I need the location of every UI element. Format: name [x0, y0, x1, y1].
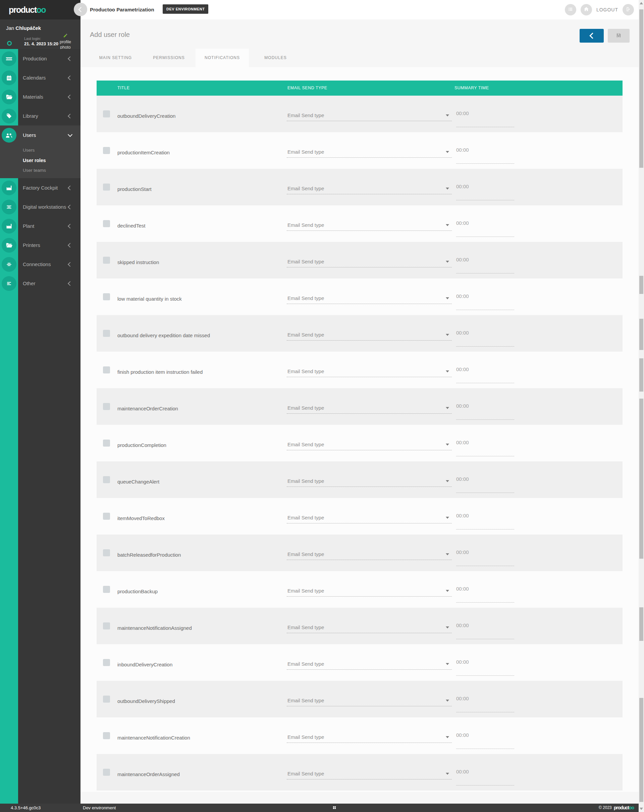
summary-time-input[interactable]: 00:00 [456, 732, 469, 738]
summary-time-input[interactable]: 00:00 [456, 147, 469, 153]
row-checkbox[interactable] [103, 513, 110, 520]
row-checkbox[interactable] [103, 330, 110, 337]
sidebar-item-users[interactable]: Users [0, 125, 81, 145]
email-send-type-select[interactable]: Email Send type [287, 731, 452, 743]
email-send-type-select[interactable]: Email Send type [287, 475, 452, 487]
sidebar-item-plant[interactable]: Plant [0, 217, 81, 235]
email-send-type-select[interactable]: Email Send type [287, 401, 452, 414]
summary-time-underline [456, 163, 514, 164]
row-checkbox[interactable] [103, 623, 110, 629]
scrollbar-thumb[interactable] [639, 276, 643, 294]
sidebar-subitem-users[interactable]: Users [0, 145, 81, 155]
email-send-type-select[interactable]: Email Send type [287, 365, 452, 377]
notification-title: skipped instruction [117, 259, 159, 265]
email-send-type-select[interactable]: Email Send type [287, 255, 452, 267]
save-button[interactable] [608, 29, 630, 43]
sidebar-item-production[interactable]: Production [0, 49, 81, 68]
summary-time-input[interactable]: 00:00 [456, 366, 469, 372]
row-checkbox[interactable] [103, 476, 110, 483]
sidebar-item-library[interactable]: Library [0, 106, 81, 125]
summary-time-input[interactable]: 00:00 [456, 403, 469, 409]
summary-time-input[interactable]: 00:00 [456, 330, 469, 336]
scrollbar-thumb[interactable] [639, 358, 643, 392]
summary-time-input[interactable]: 00:00 [456, 440, 469, 445]
sidebar-subitem-user-roles[interactable]: User roles [0, 155, 81, 165]
home-button[interactable] [581, 4, 592, 15]
row-checkbox[interactable] [103, 220, 110, 227]
email-send-type-select[interactable]: Email Send type [287, 585, 452, 597]
sidebar-collapse-button[interactable] [74, 3, 87, 16]
summary-time-underline [456, 712, 514, 712]
row-checkbox[interactable] [103, 732, 110, 739]
email-send-type-select[interactable]: Email Send type [287, 694, 452, 706]
logout-label[interactable]: LOGOUT [596, 7, 618, 12]
summary-time-input[interactable]: 00:00 [456, 110, 469, 116]
summary-time-input[interactable]: 00:00 [456, 257, 469, 263]
tab-notifications[interactable]: NOTIFICATIONS [196, 49, 249, 67]
email-send-type-select[interactable]: Email Send type [287, 182, 452, 194]
sidebar-item-calendars[interactable]: Calendars [0, 68, 81, 87]
email-send-type-select[interactable]: Email Send type [287, 768, 452, 780]
summary-time-input[interactable]: 00:00 [456, 696, 469, 701]
sidebar-item-other[interactable]: Other [0, 274, 81, 293]
row-checkbox[interactable] [103, 769, 110, 776]
tab-main-setting[interactable]: MAIN SETTING [89, 49, 142, 67]
row-checkbox[interactable] [103, 147, 110, 154]
row-checkbox[interactable] [103, 110, 110, 118]
summary-time-input[interactable]: 00:00 [456, 220, 469, 226]
scrollbar-thumb[interactable] [639, 319, 643, 350]
email-send-type-select[interactable]: Email Send type [287, 548, 452, 560]
sidebar-item-materials[interactable]: Materials [0, 87, 81, 106]
row-checkbox[interactable] [103, 549, 110, 556]
summary-time-input[interactable]: 00:00 [456, 293, 469, 299]
vertical-scrollbar[interactable] [639, 0, 644, 812]
sidebar-item-factory-cockpit[interactable]: Factory Cockpit [0, 178, 81, 197]
row-checkbox[interactable] [103, 183, 110, 191]
table-row: inboundDeliveryCreation Email Send type … [97, 644, 623, 681]
summary-time-input[interactable]: 00:00 [456, 549, 469, 555]
email-send-type-select[interactable]: Email Send type [287, 511, 452, 524]
summary-time-underline [456, 273, 514, 273]
summary-time-input[interactable]: 00:00 [456, 769, 469, 774]
notification-title: maintenanceOrderAssigned [117, 771, 180, 777]
email-send-type-select[interactable]: Email Send type [287, 328, 452, 340]
summary-time-input[interactable]: 00:00 [456, 659, 469, 665]
row-checkbox[interactable] [103, 293, 110, 300]
scrollbar-thumb[interactable] [639, 698, 643, 802]
tab-permissions[interactable]: PERMISSIONS [142, 49, 196, 67]
summary-time-input[interactable]: 00:00 [456, 476, 469, 482]
email-send-type-select[interactable]: Email Send type [287, 109, 452, 121]
scrollbar-thumb[interactable] [639, 9, 643, 168]
row-checkbox[interactable] [103, 403, 110, 410]
email-send-type-select[interactable]: Email Send type [287, 438, 452, 450]
email-send-type-select[interactable]: Email Send type [287, 658, 452, 670]
row-checkbox[interactable] [103, 696, 110, 703]
menu-list-button[interactable] [565, 4, 576, 15]
scrollbar-thumb[interactable] [639, 398, 643, 559]
summary-time-input[interactable]: 00:00 [456, 183, 469, 189]
email-send-type-select[interactable]: Email Send type [287, 146, 452, 158]
row-checkbox[interactable] [103, 586, 110, 593]
sidebar-item-digital-workstations[interactable]: Digital workstations [0, 197, 81, 217]
edit-profile-photo[interactable]: profile photo [54, 33, 76, 49]
back-button[interactable] [580, 29, 604, 43]
summary-time-input[interactable]: 00:00 [456, 513, 469, 518]
email-send-type-select[interactable]: Email Send type [287, 621, 452, 633]
sidebar-item-printers[interactable]: Printers [0, 235, 81, 255]
email-send-type-select[interactable]: Email Send type [287, 292, 452, 304]
summary-time-input[interactable]: 00:00 [456, 586, 469, 592]
sidebar-item-connections[interactable]: Connections [0, 255, 81, 274]
email-send-type-select[interactable]: Email Send type [287, 219, 452, 231]
grid-icon[interactable] [332, 805, 337, 811]
summary-time-input[interactable]: 00:00 [456, 623, 469, 628]
row-checkbox[interactable] [103, 440, 110, 447]
sidebar-subitem-user-teams[interactable]: User teams [0, 165, 81, 176]
tab-modules[interactable]: MODULES [249, 49, 302, 67]
scroll-up-arrow-icon[interactable] [639, 2, 643, 5]
scroll-down-arrow-icon[interactable] [639, 807, 643, 810]
row-checkbox[interactable] [103, 366, 110, 374]
logout-button[interactable] [623, 4, 634, 15]
scrollbar-thumb[interactable] [639, 607, 643, 641]
row-checkbox[interactable] [103, 257, 110, 264]
row-checkbox[interactable] [103, 659, 110, 666]
